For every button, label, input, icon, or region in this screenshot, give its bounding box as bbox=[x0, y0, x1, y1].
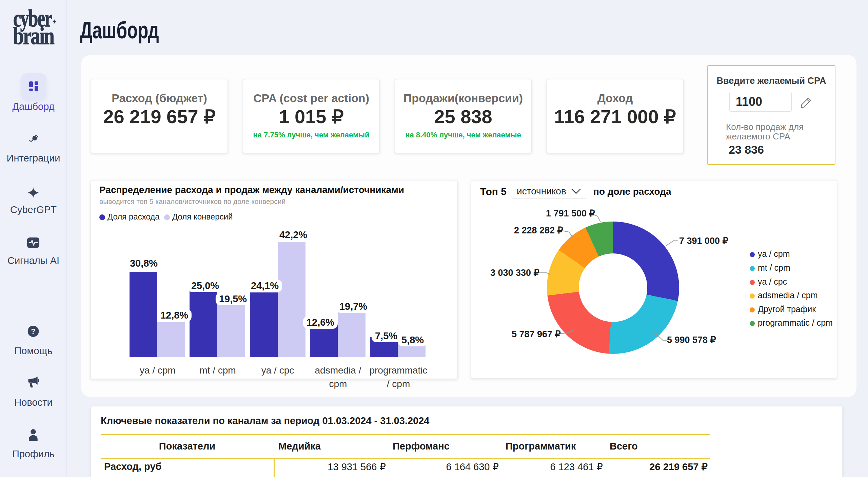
svg-text:?: ? bbox=[31, 327, 36, 336]
